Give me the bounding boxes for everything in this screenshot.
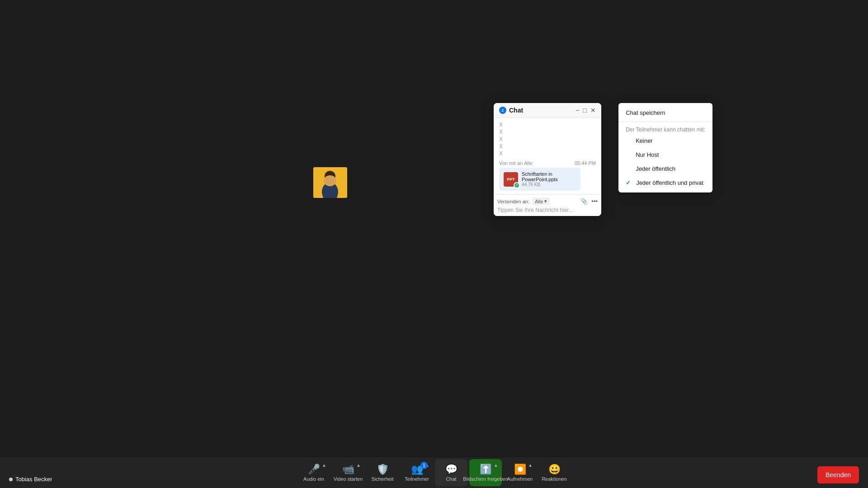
file-info: Schriftarten in PowerPoint.pptx 44.76 KB	[522, 171, 576, 187]
send-to-label: Versenden an:	[497, 199, 529, 204]
file-name: Schriftarten in PowerPoint.pptx	[522, 171, 576, 182]
security-icon: 🛡️	[377, 464, 389, 475]
chat-icon: 💬	[445, 464, 458, 475]
end-button[interactable]: Beenden	[817, 466, 859, 483]
close-button[interactable]: ✕	[590, 107, 596, 114]
chat-input[interactable]: Tippen Sie Ihre Nachricht hier...	[497, 207, 598, 213]
share-screen-button[interactable]: ▲ ⬆️ Bildschirm freigeben	[469, 459, 502, 486]
participants-badge: 1	[420, 462, 428, 469]
chat-option-nur-host[interactable]: Nur Host	[618, 148, 712, 162]
chat-label: Chat	[446, 476, 456, 482]
video-button[interactable]: ▲ 📹 Video starten	[332, 459, 364, 486]
video-icon: 📹	[342, 464, 354, 475]
share-icon: ⬆️	[480, 464, 492, 475]
send-to-dropdown[interactable]: Alle ▾	[532, 197, 550, 205]
chat-x-2: X	[499, 129, 596, 135]
reactions-icon: 😀	[548, 464, 561, 475]
chat-title-text: Chat	[509, 107, 523, 114]
user-name: Tobias Becker	[15, 476, 52, 483]
zoom-chat-icon: Z	[499, 107, 506, 114]
chat-message-meta: Von mir an Alle: 05:44 PM	[499, 160, 596, 166]
audio-label: Audio ein	[303, 476, 324, 482]
toolbar-right: Beenden	[817, 466, 859, 483]
chat-title: Z Chat	[499, 107, 523, 114]
audio-caret[interactable]: ▲	[322, 463, 326, 468]
file-attachment-icon[interactable]: 📎	[580, 198, 588, 205]
security-label: Sicherheit	[372, 476, 394, 482]
main-video-area: Z Chat − □ ✕ X X X X X Von mir an Alle: …	[0, 0, 868, 488]
record-label: Aufnehmen	[507, 476, 533, 482]
chat-file-attachment[interactable]: PPT ✓ Schriftarten in PowerPoint.pptx 44…	[499, 168, 580, 191]
more-options-icon[interactable]: •••	[591, 198, 598, 205]
chat-x-5: X	[499, 150, 596, 157]
share-label: Bildschirm freigeben	[463, 476, 508, 482]
svg-point-3	[324, 175, 336, 186]
share-caret[interactable]: ▲	[494, 463, 498, 468]
chat-input-row: Tippen Sie Ihre Nachricht hier...	[497, 207, 598, 213]
message-time: 05:44 PM	[575, 160, 596, 166]
chat-button[interactable]: 💬 Chat	[435, 459, 467, 486]
minimize-button[interactable]: −	[576, 107, 579, 114]
ppt-icon: PPT ✓	[504, 172, 518, 187]
user-dot	[9, 478, 13, 481]
participants-button[interactable]: ▲ 👥 1 Teilnehmer	[401, 459, 433, 486]
reactions-label: Reaktionen	[542, 476, 567, 482]
chat-x-4: X	[499, 143, 596, 150]
chat-header-controls: − □ ✕	[576, 107, 596, 114]
chat-window: Z Chat − □ ✕ X X X X X Von mir an Alle: …	[494, 103, 601, 216]
chat-send-to: Versenden an: Alle ▾ 📎 •••	[497, 197, 598, 205]
option-nur-host-label: Nur Host	[636, 151, 659, 158]
option-keiner-label: Keiner	[636, 137, 653, 144]
reactions-button[interactable]: 😀 Reaktionen	[538, 459, 571, 486]
record-button[interactable]: ▲ ⏺️ Aufnehmen	[504, 459, 536, 486]
maximize-button[interactable]: □	[583, 107, 587, 114]
chat-x-3: X	[499, 136, 596, 142]
chat-header: Z Chat − □ ✕	[494, 103, 601, 118]
chat-x-1: X	[499, 122, 596, 128]
chat-messages: X X X X X Von mir an Alle: 05:44 PM PPT …	[494, 118, 601, 194]
toolbar: Tobias Becker ▲ 🎤 Audio ein ▲ 📹 Video st…	[0, 457, 868, 488]
dropdown-section-label: Der Teilnehmer kann chatten mit:	[618, 124, 712, 134]
participant-tile	[313, 167, 347, 198]
save-chat-label: Chat speichern	[626, 109, 665, 116]
toolbar-user-info: Tobias Becker	[9, 476, 52, 483]
chat-footer: Versenden an: Alle ▾ 📎 ••• Tippen Sie Ih…	[494, 194, 601, 216]
participant-avatar	[313, 167, 347, 198]
video-caret[interactable]: ▲	[356, 463, 361, 468]
record-caret[interactable]: ▲	[528, 463, 533, 468]
audio-icon: 🎤	[308, 464, 320, 475]
toolbar-center: ▲ 🎤 Audio ein ▲ 📹 Video starten 🛡️ Siche…	[297, 459, 571, 486]
send-to-caret: ▾	[544, 198, 547, 204]
chat-option-jeder-offentlich-privat[interactable]: Jeder öffentlich und privat	[618, 176, 712, 190]
ppt-checkmark: ✓	[514, 182, 520, 188]
chat-option-jeder-offentlich[interactable]: Jeder öffentlich	[618, 162, 712, 176]
chat-options-dropdown: Chat speichern Der Teilnehmer kann chatt…	[618, 103, 712, 192]
participants-label: Teilnehmer	[405, 476, 429, 482]
chat-option-keiner[interactable]: Keiner	[618, 134, 712, 148]
option-jeder-offentlich-privat-label: Jeder öffentlich und privat	[636, 179, 703, 186]
chat-message-block: Von mir an Alle: 05:44 PM PPT ✓ Schrifta…	[499, 160, 596, 191]
dropdown-divider	[618, 122, 712, 122]
file-size: 44.76 KB	[522, 182, 576, 187]
option-jeder-offentlich-label: Jeder öffentlich	[636, 165, 675, 172]
send-to-value: Alle	[535, 199, 543, 204]
chat-x-lines: X X X X X	[499, 122, 596, 157]
record-icon: ⏺️	[514, 464, 526, 475]
security-button[interactable]: 🛡️ Sicherheit	[366, 459, 399, 486]
audio-button[interactable]: ▲ 🎤 Audio ein	[297, 459, 330, 486]
save-chat-item[interactable]: Chat speichern	[618, 106, 712, 120]
video-label: Video starten	[334, 476, 363, 482]
message-from: Von mir an Alle:	[499, 160, 533, 166]
